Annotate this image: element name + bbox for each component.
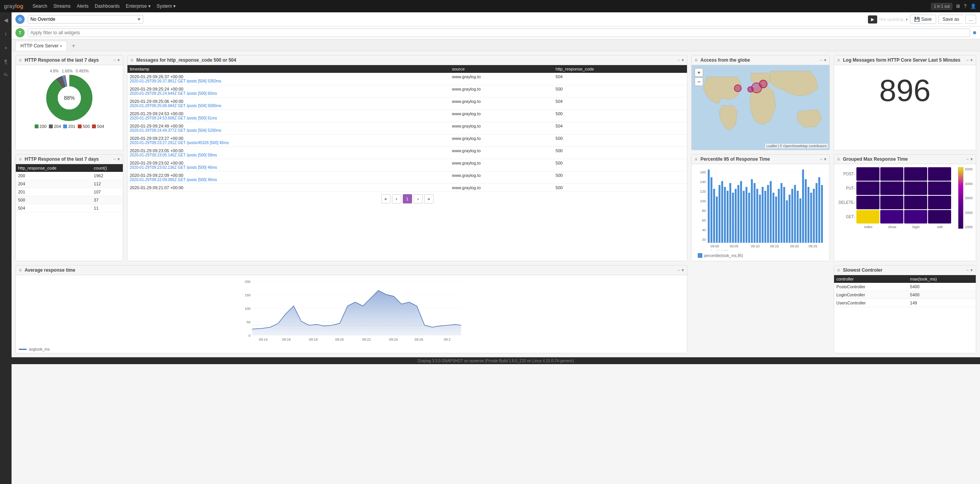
play-button[interactable]: ▶ (868, 15, 877, 24)
msg-timestamp: 2020-01-29 09:24:53 +00:00 2020-01-29T09… (127, 110, 450, 122)
svg-rect-48 (759, 195, 761, 243)
nav-alerts[interactable]: Alerts (77, 3, 89, 9)
pagination-page-1[interactable]: 1 (403, 194, 412, 203)
svg-rect-36 (727, 191, 729, 243)
map-zoom-in[interactable]: + (695, 68, 703, 77)
svg-rect-46 (754, 183, 756, 243)
msg-link[interactable]: 2020-01-29T09:23:02.136Z GET /posts [500… (130, 165, 447, 170)
msg-link[interactable]: 2020-01-29T09:24:53.608Z GET /posts [500… (130, 116, 447, 120)
table-cell-code: 204 (16, 180, 92, 188)
filter-type-button[interactable]: T (15, 28, 25, 37)
msg-link[interactable]: 2020-01-29T09:25:24.644Z GET /posts [500… (130, 91, 447, 96)
saveas-button[interactable]: Save as (938, 15, 963, 24)
tab-dropdown-icon[interactable]: ▾ (60, 44, 62, 48)
msg-timestamp: 2020-01-29 09:23:27 +00:00 2020-01-29T09… (127, 134, 450, 147)
map-minimize-icon[interactable]: − (820, 57, 823, 63)
sidebar-paragraph-icon[interactable]: ¶ (3, 57, 9, 66)
msg-link[interactable]: 2020-01-29T09:23:27.291Z GET /posts/4532… (130, 141, 447, 145)
msg-link[interactable]: 2020-01-29T09:26:37.881Z GET /posts [504… (130, 79, 447, 83)
legend-204: 204 (49, 124, 61, 129)
external-link-icon[interactable]: ⊞ (956, 3, 960, 9)
heatmap-label-delete: DELETE- (837, 200, 856, 205)
map-header: ≡ Access from the globe − ▾ (692, 55, 829, 65)
drag-handle-percentile[interactable]: ≡ (695, 156, 697, 162)
map-body[interactable]: + − Leaflet | © OpenStreetMap contributo… (692, 65, 829, 150)
drag-handle-table[interactable]: ≡ (19, 156, 22, 162)
slowest-row: LoginController 5400 (834, 291, 976, 299)
heatmap-row-get: GET- (837, 210, 954, 224)
pagination-last[interactable]: » (424, 194, 434, 203)
avg-response-minimize-icon[interactable]: − (677, 267, 680, 273)
big-number-menu-icon[interactable]: ▾ (970, 57, 973, 63)
avg-response-menu-icon[interactable]: ▾ (682, 267, 684, 273)
map-menu-icon[interactable]: ▾ (824, 57, 826, 63)
nav-dashboards[interactable]: Dashboards (95, 3, 120, 9)
save-button[interactable]: 💾 Save (910, 15, 936, 24)
heatmap-color-scale: 5000 4000 3000 2000 1000 (958, 167, 973, 229)
override-type-button[interactable]: O (15, 15, 25, 24)
drag-handle-map[interactable]: ≡ (695, 57, 697, 63)
sidebar-info-icon[interactable]: i (3, 29, 8, 39)
slowest-minimize-icon[interactable]: − (966, 267, 969, 273)
big-number-minimize-icon[interactable]: − (966, 57, 969, 63)
message-row: 2020-01-29 09:26:37 +00:00 2020-01-29T09… (127, 73, 687, 85)
nav-search[interactable]: Search (33, 3, 47, 9)
pagination-first[interactable]: « (381, 194, 390, 203)
nav-enterprise[interactable]: Enterprise ▾ (126, 3, 151, 9)
heatmap-xlabel-login: login (904, 225, 928, 229)
heatmap-menu-icon[interactable]: ▾ (970, 156, 973, 162)
right-nav: 1 in 1 out ⊞ ? 👤 (931, 3, 976, 10)
msg-link[interactable]: 2020-01-29T09:24:49.377Z GET /posts [504… (130, 128, 447, 133)
drag-handle-messages[interactable]: ≡ (131, 57, 133, 63)
not-updating-dropdown[interactable]: ▾ (906, 17, 908, 22)
msg-link[interactable]: 2020-01-29T09:23:05.146Z GET /posts [500… (130, 153, 447, 157)
nav-system[interactable]: System ▾ (157, 3, 176, 9)
pagination-next[interactable]: › (414, 194, 423, 203)
msg-link[interactable]: 2020-01-29T09:22:09.095Z GET /posts [500… (130, 178, 447, 182)
help-icon[interactable]: ? (964, 3, 967, 9)
sidebar-x2-icon[interactable]: X₂ (2, 71, 10, 78)
pie-chart-menu-icon[interactable]: ▾ (117, 57, 120, 63)
sidebar-add-icon[interactable]: + (3, 43, 9, 52)
table-chart-menu-icon[interactable]: ▾ (117, 156, 120, 162)
slowest-controller: UsersController (834, 299, 908, 307)
col-source: source (450, 65, 553, 73)
tab-http-core-server[interactable]: HTTP Core Server ▾ (15, 41, 67, 51)
svg-text:120: 120 (700, 190, 706, 193)
msg-link[interactable]: 2020-01-29T09:25:06.684Z GET /posts [504… (130, 104, 447, 108)
svg-rect-68 (813, 189, 815, 243)
svg-text:200: 200 (245, 280, 250, 284)
pagination-prev[interactable]: ‹ (392, 194, 401, 203)
override-select[interactable]: No Override (28, 15, 143, 24)
drag-handle-slowest[interactable]: ≡ (837, 267, 840, 273)
col-http-code: http_response_code (16, 164, 92, 172)
map-zoom-out[interactable]: − (695, 77, 703, 86)
filter-input[interactable] (28, 29, 970, 37)
drag-handle-icon[interactable]: ≡ (19, 57, 22, 63)
msg-code: 500 (553, 134, 687, 147)
drag-handle-heatmap[interactable]: ≡ (837, 156, 840, 162)
slowest-menu-icon[interactable]: ▾ (970, 267, 973, 273)
messages-minimize-icon[interactable]: − (677, 57, 680, 63)
svg-rect-60 (791, 189, 793, 243)
nav-streams[interactable]: Streams (54, 3, 71, 9)
table-chart-minimize-icon[interactable]: − (113, 156, 116, 162)
msg-timestamp: 2020-01-29 09:25:24 +00:00 2020-01-29T09… (127, 85, 450, 97)
map-controls: + − (695, 68, 703, 86)
drag-handle-bignumber[interactable]: ≡ (837, 57, 840, 63)
messages-menu-icon[interactable]: ▾ (682, 57, 684, 63)
message-row: 2020-01-29 09:22:09 +00:00 2020-01-29T09… (127, 171, 687, 184)
percentile-menu-icon[interactable]: ▾ (824, 156, 826, 162)
legend-label-204: 204 (54, 124, 61, 129)
svg-rect-37 (729, 183, 731, 243)
drag-handle-avg[interactable]: ≡ (19, 267, 22, 273)
svg-rect-32 (716, 197, 718, 243)
sidebar-collapse-icon[interactable]: ◀ (2, 15, 10, 25)
tab-add-button[interactable]: + (69, 41, 78, 51)
msg-source: www.graylog.to (450, 171, 553, 184)
pie-chart-minimize-icon[interactable]: − (113, 57, 116, 63)
heatmap-minimize-icon[interactable]: − (966, 156, 969, 162)
user-icon[interactable]: 👤 (970, 3, 976, 9)
more-button[interactable]: ... (965, 15, 976, 24)
percentile-minimize-icon[interactable]: − (820, 156, 823, 162)
